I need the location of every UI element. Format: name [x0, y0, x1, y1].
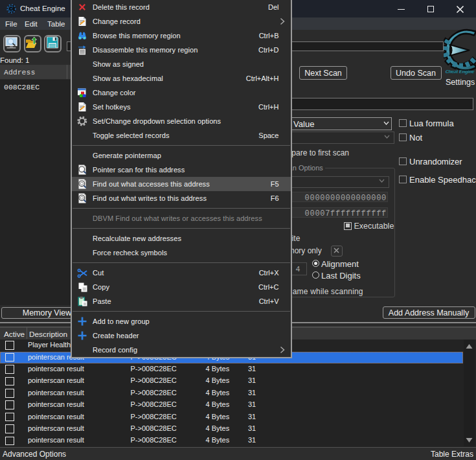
svg-text:Cheat Engine: Cheat Engine: [446, 69, 475, 75]
